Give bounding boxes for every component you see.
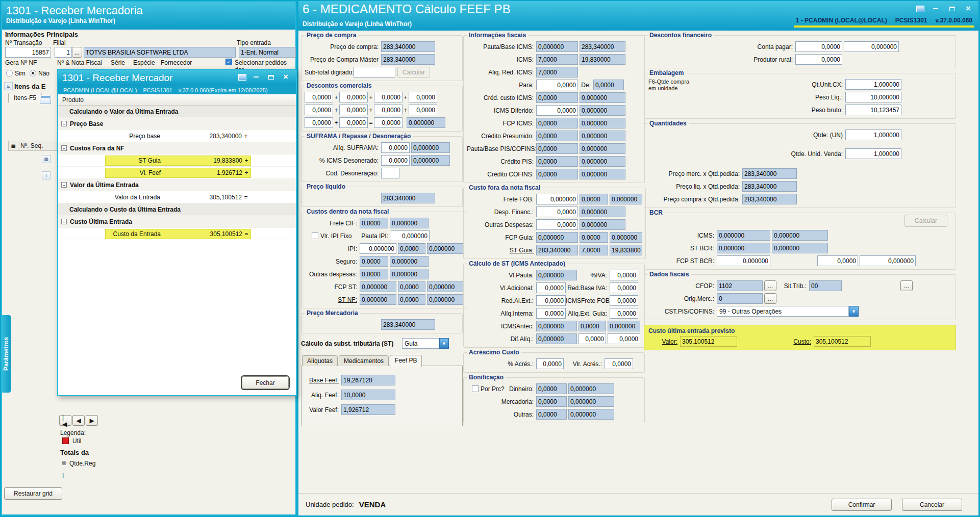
tab-aliquotas[interactable]: Alíquotas — [302, 355, 338, 366]
st-guia-perc-field[interactable]: 7,0000 — [580, 245, 608, 255]
collapse-icon[interactable]: - — [61, 182, 67, 188]
cod-desoneracao-field[interactable] — [381, 168, 399, 178]
credito-presumido-perc-field[interactable]: 0,0000 — [536, 131, 578, 141]
nav-prev-button[interactable]: ◀ — [72, 415, 85, 426]
dock-panel-icon[interactable] — [40, 95, 51, 104]
mercadoria-perc-field[interactable]: 0,0000 — [536, 396, 567, 407]
st-guia-base-field[interactable]: 283,340000 — [536, 245, 578, 255]
pauta-icms-field[interactable]: 0,000000 — [536, 41, 578, 52]
ipi-perc-field[interactable]: 0,0000 — [398, 243, 425, 254]
gera-nf-nao-radio[interactable] — [30, 70, 36, 76]
desconto-total-field[interactable]: 0,0000 — [374, 117, 403, 128]
cst-pis-cofins-combo[interactable]: 99 - Outras Operações ▼ — [717, 306, 859, 317]
desconto-1-field[interactable]: 0,0000 — [305, 92, 333, 102]
conta-pagar-valor-field[interactable]: 0,000000 — [844, 41, 899, 52]
preco-compra-field[interactable]: 283,340000 — [381, 41, 435, 52]
credito-cofins-valor-field[interactable]: 0,000000 — [580, 169, 625, 179]
selecionar-pedidos-checkbox[interactable]: ✓ — [225, 59, 232, 65]
frete-fob-perc-field[interactable]: 0,0000 — [580, 194, 608, 204]
conta-pagar-perc-field[interactable]: 0,0000 — [795, 41, 842, 52]
outras-bonif-valor-field[interactable]: 0,000000 — [568, 409, 614, 420]
filial-nome-field[interactable]: TOTVS BRASILIA SOFTWARE LTDA — [84, 47, 236, 58]
sit-trib-lookup-button[interactable]: ... — [900, 280, 913, 291]
vl-adicional-field[interactable]: 0,0000 — [536, 282, 566, 293]
st-nf-label[interactable]: ST NF: — [305, 296, 360, 303]
valor-suframa-field[interactable]: 0,000000 — [411, 142, 450, 153]
calculo-st-combo[interactable]: Guia ▼ — [402, 338, 449, 349]
desconto-10-field[interactable]: 0,0000 — [339, 117, 368, 128]
desconto-9-field[interactable]: 0,0000 — [305, 117, 333, 128]
filial-lookup-button[interactable]: ... — [72, 47, 82, 58]
red-base-iva-field[interactable]: 0,0000 — [610, 282, 638, 293]
calc-group-row[interactable]: -Custos Fora da NF — [58, 142, 296, 154]
fcp-st-valor-field[interactable]: 0,000000 — [427, 281, 464, 292]
icms-antec-perc-field[interactable]: 0,0000 — [579, 321, 606, 331]
gera-nf-sim-radio[interactable] — [6, 70, 13, 76]
sit-trib-field[interactable]: 00 — [809, 280, 842, 291]
st-bcr-base-field[interactable]: 0,000000 — [717, 243, 770, 253]
preco-compra-x-qtd-field[interactable]: 283,340000 — [742, 194, 797, 204]
calc-group-row[interactable]: -Preço Base — [58, 118, 296, 130]
fcp-guia-perc-field[interactable]: 0,0000 — [580, 232, 608, 243]
valor-desonerado-field[interactable]: 0,000000 — [411, 155, 450, 166]
icms-perc-field[interactable]: 7,0000 — [536, 54, 578, 65]
preco-merc-x-qtd-field[interactable]: 283,340000 — [742, 168, 797, 179]
dropdown-icon[interactable]: ▼ — [849, 306, 859, 317]
tipo-entrada-field[interactable]: 1-Ent. Normal — [239, 47, 296, 58]
desp-financ-perc-field[interactable]: 0,0000 — [536, 206, 578, 217]
para-field[interactable]: 0,0000 — [536, 80, 578, 90]
cred-custo-valor-field[interactable]: 0,000000 — [580, 92, 625, 103]
aliq-feef-field[interactable]: 10,0000 — [341, 390, 395, 400]
minimize-icon[interactable] — [931, 5, 941, 13]
preco-liq-x-qtd-field[interactable]: 283,340000 — [742, 181, 797, 192]
desconto-5-field[interactable]: 0,0000 — [305, 105, 333, 115]
collapse-icon[interactable]: - — [61, 145, 67, 151]
preco-mercadoria-field[interactable]: 283,340000 — [381, 319, 435, 330]
cancelar-button[interactable]: Cancelar — [902, 499, 962, 511]
outras-fora-perc-field[interactable]: 0,0000 — [536, 219, 578, 230]
base-icms-field[interactable]: 283,340000 — [580, 41, 625, 52]
icms-valor-field[interactable]: 19,830000 — [580, 54, 625, 65]
mercadoria-valor-field[interactable]: 0,000000 — [568, 396, 614, 407]
orig-merc-field[interactable]: 0 — [717, 293, 763, 304]
cred-custo-perc-field[interactable]: 0,0000 — [536, 92, 578, 103]
minimize-icon[interactable] — [251, 73, 261, 81]
icms-diferido-perc-field[interactable]: 0,0000 — [536, 105, 578, 116]
dif-aliq-perc-field[interactable]: 0,0000 — [579, 333, 606, 344]
desp-financ-valor-field[interactable]: 0,000000 — [580, 206, 625, 217]
frete-fob-total-field[interactable]: 0,000000 — [610, 194, 642, 204]
peso-bruto-field[interactable]: 10,123457 — [845, 105, 901, 115]
restaurar-grid-button[interactable]: Restaurar grid — [4, 487, 62, 500]
pauta-pis-cofins-field[interactable]: 0,0000 — [536, 143, 578, 154]
qt-unit-cx-field[interactable]: 1,000000 — [845, 79, 901, 90]
dinheiro-valor-field[interactable]: 0,000000 — [568, 383, 614, 394]
dif-aliq-valor-field[interactable]: 0,0000 — [608, 333, 640, 344]
dropdown-icon[interactable]: ▼ — [439, 338, 449, 349]
produtor-rural-field[interactable]: 0,0000 — [795, 54, 842, 65]
desconto-4-field[interactable]: 0,0000 — [409, 92, 437, 102]
credito-pis-perc-field[interactable]: 0,0000 — [536, 156, 578, 167]
ipi-total-field[interactable]: 0,000000 — [427, 243, 464, 254]
fcp-icms-valor-field[interactable]: 0,000000 — [580, 118, 625, 128]
seguro-valor-field[interactable]: 0,000000 — [390, 256, 429, 267]
outras-bonif-perc-field[interactable]: 0,0000 — [536, 409, 567, 420]
custo-ultima-entrada-field[interactable]: 305,100512 — [814, 336, 871, 347]
fcp-st-bcr-base-field[interactable]: 0,000000 — [717, 255, 770, 266]
credito-cofins-perc-field[interactable]: 0,0000 — [536, 169, 578, 179]
fcp-guia-valor-field[interactable]: 0,000000 — [610, 232, 642, 243]
valor-ultima-entrada-field[interactable]: 305,100512 — [680, 336, 737, 347]
tab-feef-pb[interactable]: Feef PB — [390, 355, 422, 367]
calc-group-row[interactable]: -Custo Última Entrada — [58, 216, 296, 228]
dif-aliq-base-field[interactable]: 0,000000 — [536, 333, 577, 344]
left-titlebar[interactable]: 1301 - Receber Mercadoria Distribuição e… — [2, 2, 295, 30]
nav-first-button[interactable]: |◀ — [59, 415, 71, 426]
icms-antec-valor-field[interactable]: 0,000000 — [608, 321, 640, 331]
frete-cif-perc-field[interactable]: 0,0000 — [360, 218, 388, 228]
desconto-7-field[interactable]: 0,0000 — [374, 105, 403, 115]
fcp-icms-perc-field[interactable]: 0,0000 — [536, 118, 578, 128]
de-field[interactable]: 0,0000 — [593, 80, 624, 90]
close-icon[interactable]: × — [281, 73, 291, 81]
vlr-acres-field[interactable]: 0,0000 — [605, 358, 633, 369]
grid-header[interactable]: ≣ Nº. Seq. — [8, 141, 58, 151]
aliq-ext-guia-field[interactable]: 0,0000 — [610, 308, 638, 319]
